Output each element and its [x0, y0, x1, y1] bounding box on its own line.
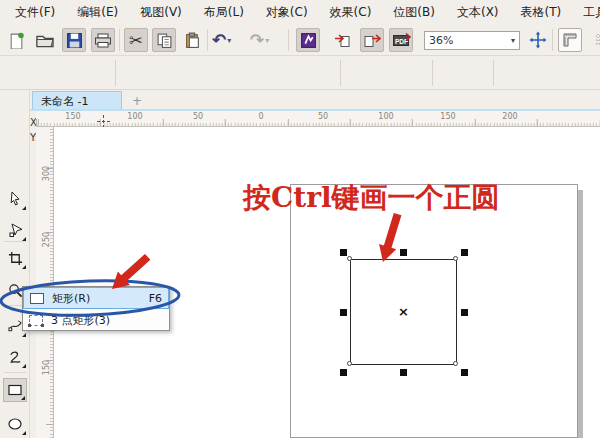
- toolbox-separator: [4, 241, 26, 242]
- shape-tool[interactable]: [3, 218, 27, 242]
- flyout-item-rectangle[interactable]: 矩形(R) F6: [23, 287, 169, 309]
- rectangle-tool[interactable]: [3, 378, 27, 402]
- toolbar-separator: [119, 29, 120, 51]
- export-button[interactable]: [360, 28, 384, 52]
- redo-dropdown-caret[interactable]: ▾: [265, 36, 269, 45]
- cut-button[interactable]: ✂: [124, 28, 148, 52]
- corner-node-nw[interactable]: [347, 256, 352, 261]
- chevron-down-icon[interactable]: ▾: [511, 36, 515, 45]
- horizontal-ruler[interactable]: 150 100 50 0 50 100 150 200: [36, 111, 600, 127]
- pick-tool-icon: [8, 191, 23, 207]
- app-launcher-button[interactable]: [296, 28, 320, 52]
- menu-tools[interactable]: 工具(O): [572, 1, 600, 24]
- new-document-button[interactable]: [4, 28, 28, 52]
- smart-drawing-tool-icon: [8, 350, 23, 365]
- corner-node-sw[interactable]: [347, 361, 352, 366]
- svg-text:PDF: PDF: [395, 37, 408, 44]
- document-tab-active[interactable]: 未命名 -1: [32, 91, 122, 110]
- three-point-rectangle-icon: [29, 315, 43, 326]
- undo-dropdown-caret[interactable]: ▾: [227, 36, 231, 45]
- selection-handle-ne[interactable]: [461, 249, 468, 256]
- rectangle-flyout-menu: 矩形(R) F6 3 点矩形(3): [22, 286, 170, 331]
- open-folder-icon: [36, 32, 54, 49]
- selection-handle-s[interactable]: [400, 369, 407, 376]
- propbar-separator: [493, 60, 494, 86]
- save-button[interactable]: [62, 28, 86, 52]
- menu-bitmaps[interactable]: 位图(B): [382, 1, 446, 24]
- undo-button[interactable]: ↶ ▾: [212, 28, 231, 52]
- toolbar-separator: [552, 29, 553, 51]
- ellipse-tool-icon: [7, 417, 23, 431]
- selection-handle-e[interactable]: [461, 309, 468, 316]
- paste-button[interactable]: [180, 28, 204, 52]
- new-tab-button[interactable]: +: [130, 94, 144, 108]
- flyout-item-label: 3 点矩形(3): [51, 313, 110, 328]
- toolbox: 字: [0, 90, 30, 438]
- hruler-label: 50: [318, 112, 328, 121]
- selection-handle-sw[interactable]: [340, 369, 347, 376]
- app-launcher-icon: [300, 32, 317, 49]
- fit-page-button[interactable]: [526, 28, 550, 52]
- zoom-tool-icon: [8, 283, 23, 298]
- menu-edit[interactable]: 编辑(E): [66, 1, 129, 24]
- document-tab-bar: 未命名 -1 +: [30, 90, 600, 110]
- rectangle-tool-icon: [7, 383, 23, 397]
- corner-node-ne[interactable]: [453, 256, 458, 261]
- object-center-mark[interactable]: ×: [398, 304, 409, 319]
- standard-toolbar: ✂ ↶ ▾ ↷ ▾ PDF 36% ▾: [0, 24, 600, 56]
- hruler-label: 150: [440, 112, 455, 121]
- flyout-item-label: 矩形(R): [52, 291, 90, 306]
- open-button[interactable]: [33, 28, 57, 52]
- coreldraw-window: 文件(F) 编辑(E) 视图(V) 布局(L) 对象(C) 效果(C) 位图(B…: [0, 0, 600, 438]
- vruler-label: 300: [42, 165, 51, 183]
- hruler-label: 50: [193, 112, 203, 121]
- selection-handle-nw[interactable]: [340, 249, 347, 256]
- menu-text[interactable]: 文本(X): [446, 1, 510, 24]
- selection-handle-w[interactable]: [340, 309, 347, 316]
- property-bar: X: Y: ↔ ↕ % % ↺ °: [0, 56, 600, 90]
- menu-bar: 文件(F) 编辑(E) 视图(V) 布局(L) 对象(C) 效果(C) 位图(B…: [0, 0, 600, 24]
- selection-handle-se[interactable]: [461, 369, 468, 376]
- menu-table[interactable]: 表格(T): [510, 1, 573, 24]
- grid-button[interactable]: [590, 28, 600, 52]
- vertical-ruler[interactable]: 300 250 150: [36, 127, 54, 438]
- shape-tool-icon: [8, 222, 23, 238]
- grid-icon: [594, 32, 600, 48]
- propbar-separator: [432, 60, 433, 86]
- menu-layout[interactable]: 布局(L): [193, 1, 255, 24]
- redo-button[interactable]: ↷ ▾: [250, 28, 269, 52]
- pick-tool[interactable]: [3, 187, 27, 211]
- toolbox-separator: [4, 372, 26, 373]
- page-shadow: [578, 190, 583, 438]
- publish-pdf-button[interactable]: PDF: [389, 28, 413, 52]
- toolbar-separator: [207, 29, 208, 51]
- show-rulers-button[interactable]: [558, 28, 582, 52]
- corner-node-se[interactable]: [453, 361, 458, 366]
- hruler-label: 150: [65, 112, 80, 121]
- export-icon: [363, 32, 381, 49]
- new-document-icon: [8, 32, 25, 49]
- import-button[interactable]: [330, 28, 354, 52]
- toolbar-separator: [288, 29, 289, 51]
- cut-icon: ✂: [129, 31, 142, 50]
- propbar-separator: [115, 60, 116, 86]
- annotation-text: 按Ctrl键画一个正圆: [243, 183, 573, 214]
- crop-tool-icon: [8, 251, 23, 266]
- copy-button[interactable]: [152, 28, 176, 52]
- selection-handle-n[interactable]: [400, 249, 407, 256]
- import-icon: [333, 32, 351, 49]
- flyout-item-3point-rectangle[interactable]: 3 点矩形(3): [23, 309, 169, 331]
- rectangle-icon: [30, 293, 44, 304]
- zoom-level-value: 36%: [429, 34, 453, 47]
- zoom-level-combo[interactable]: 36% ▾: [424, 31, 520, 50]
- ellipse-tool[interactable]: [3, 412, 27, 436]
- menu-object[interactable]: 对象(C): [255, 1, 319, 24]
- smart-drawing-tool[interactable]: [3, 345, 27, 369]
- menu-view[interactable]: 视图(V): [129, 1, 193, 24]
- menu-file[interactable]: 文件(F): [4, 1, 66, 24]
- print-button[interactable]: [91, 28, 115, 52]
- crop-tool[interactable]: [3, 246, 27, 270]
- pdf-icon: PDF: [392, 32, 411, 49]
- document-title: 未命名 -1: [41, 94, 88, 109]
- menu-effects[interactable]: 效果(C): [319, 1, 383, 24]
